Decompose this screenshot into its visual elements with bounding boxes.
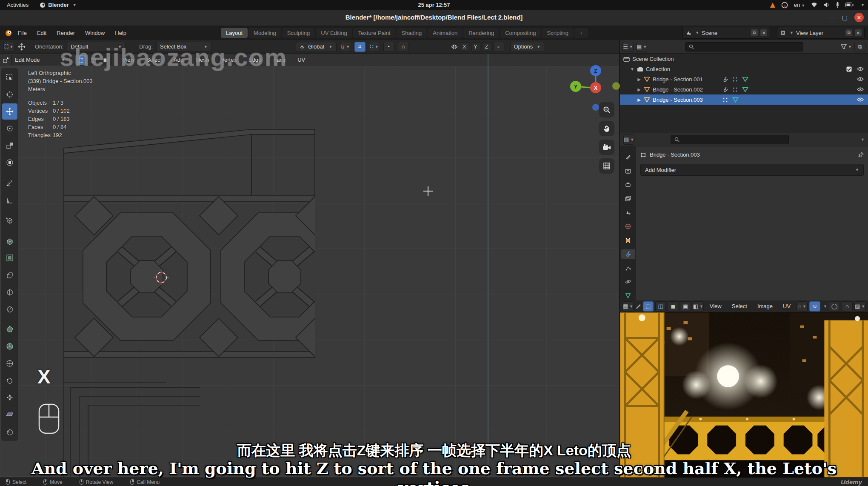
- eye-icon[interactable]: [857, 67, 864, 71]
- outliner-editor-type-dropdown[interactable]: ☰▼: [622, 42, 634, 52]
- checkbox-icon[interactable]: [846, 66, 852, 72]
- language-indicator[interactable]: en▼: [794, 2, 805, 8]
- minimize-button[interactable]: —: [829, 14, 835, 21]
- tab-scene[interactable]: [621, 208, 635, 217]
- orthographic-grid-button[interactable]: [599, 158, 614, 174]
- outliner-row-bridge-002[interactable]: ▶ Bridge - Section.002: [620, 84, 868, 94]
- image-selector-dropdown[interactable]: ▨▼: [854, 301, 865, 312]
- outliner-row-collection[interactable]: ▼ Collection: [620, 64, 868, 74]
- uv-edge-select-button[interactable]: ◫: [655, 301, 666, 312]
- options-dropdown[interactable]: Options▼: [510, 42, 545, 52]
- close-button[interactable]: ✕: [854, 13, 864, 22]
- tab-view-layer[interactable]: [621, 194, 635, 204]
- tool-transform[interactable]: [2, 154, 17, 171]
- transform-orientation-dropdown[interactable]: Global▼: [296, 42, 337, 52]
- outliner-row-scene-collection[interactable]: Scene Collection: [620, 54, 868, 64]
- pan-hand-button[interactable]: [599, 121, 614, 136]
- snapping-toggle[interactable]: ⌗: [354, 42, 365, 52]
- outliner-search-input[interactable]: [685, 42, 803, 51]
- workspace-tab-texture-paint[interactable]: Texture Paint: [353, 28, 396, 38]
- workspace-tab-rendering[interactable]: Rendering: [463, 28, 499, 38]
- mirror-y-button[interactable]: Y: [471, 42, 480, 51]
- properties-editor-type-dropdown[interactable]: ▥▼: [623, 134, 634, 145]
- tab-output[interactable]: [621, 180, 635, 190]
- remove-view-layer-button[interactable]: ✕: [855, 29, 862, 36]
- drag-dropdown[interactable]: Select Box▼: [156, 42, 211, 52]
- uv-island-select-button[interactable]: ▣: [680, 301, 691, 312]
- zoom-button[interactable]: [599, 102, 614, 117]
- mirror-object-icon[interactable]: ▫: [493, 42, 504, 52]
- remove-scene-button[interactable]: ✕: [760, 29, 767, 36]
- app-menu[interactable]: Blender▼: [40, 2, 76, 8]
- eye-icon[interactable]: [857, 77, 864, 81]
- image-editor-menu-uv[interactable]: UV: [779, 303, 795, 309]
- tool-add-cube[interactable]: [2, 212, 17, 229]
- mirror-z-button[interactable]: Z: [482, 42, 491, 51]
- tool-knife[interactable]: [2, 301, 17, 317]
- snap-target-dropdown[interactable]: ∷▼: [369, 42, 380, 52]
- outliner-filter-dropdown[interactable]: ▼: [841, 44, 852, 49]
- maximize-button[interactable]: ▢: [842, 14, 848, 21]
- active-tool-icon[interactable]: ⛶▼: [3, 42, 14, 52]
- tool-measure[interactable]: [2, 192, 17, 208]
- volume-icon[interactable]: [823, 2, 830, 8]
- tool-move[interactable]: [2, 103, 17, 120]
- orientation-dropdown[interactable]: Default▼: [67, 42, 126, 52]
- blender-app-icon[interactable]: [4, 29, 13, 37]
- tab-object-data[interactable]: [621, 291, 635, 300]
- pivot-dropdown[interactable]: ◌▼: [797, 301, 808, 312]
- workspace-tab-shading[interactable]: Shading: [397, 28, 427, 38]
- pin-icon[interactable]: [858, 152, 864, 157]
- workspace-tab-add[interactable]: +: [574, 28, 588, 38]
- outliner-row-bridge-003-selected[interactable]: ▶ Bridge - Section.003: [620, 94, 868, 105]
- workspace-tab-sculpting[interactable]: Sculpting: [282, 28, 315, 38]
- eye-icon[interactable]: [857, 87, 864, 91]
- system-menu-caret[interactable]: ▼: [861, 3, 865, 7]
- tool-rotate[interactable]: [2, 120, 17, 137]
- uv-edit-icon[interactable]: [635, 303, 641, 309]
- tab-render[interactable]: [621, 166, 635, 176]
- snap-magnet-icon[interactable]: ∪▼: [340, 42, 351, 52]
- wireframe-mesh[interactable]: [0, 54, 619, 477]
- tab-tool[interactable]: [621, 152, 635, 162]
- tool-cursor[interactable]: [2, 86, 17, 103]
- tool-select-box[interactable]: [2, 69, 17, 86]
- tool-shear[interactable]: [2, 406, 17, 423]
- view-layer-selector[interactable]: ▼ View Layer ⧉ ✕: [777, 27, 865, 39]
- activities-button[interactable]: Activities: [7, 2, 29, 8]
- navigation-gizmo[interactable]: Z Y X: [566, 60, 625, 115]
- menu-render[interactable]: Render: [51, 30, 80, 36]
- mirror-x-button[interactable]: X: [460, 42, 469, 51]
- clock[interactable]: 25 apr 12:57: [418, 2, 450, 8]
- tool-spin[interactable]: [2, 338, 17, 354]
- camera-view-button[interactable]: [599, 140, 614, 155]
- uv-sync-dropdown[interactable]: ◧▼: [693, 301, 704, 312]
- proportional-falloff-icon[interactable]: ∩: [398, 42, 409, 52]
- battery-icon[interactable]: [845, 3, 854, 7]
- workspace-tab-layout[interactable]: Layout: [221, 28, 248, 38]
- uv-falloff-icon[interactable]: ∩: [842, 301, 853, 312]
- image-editor-type-dropdown[interactable]: ▦▼: [622, 301, 634, 312]
- tab-world[interactable]: [621, 222, 635, 232]
- proportional-editing-toggle[interactable]: •: [383, 42, 394, 52]
- add-modifier-button[interactable]: Add Modifier▼: [640, 164, 864, 176]
- workspace-tab-compositing[interactable]: Compositing: [500, 28, 541, 38]
- tool-poly-build[interactable]: [2, 321, 17, 337]
- tool-scale[interactable]: [2, 137, 17, 154]
- expand-caret[interactable]: ▶: [637, 97, 641, 102]
- tool-rip-region[interactable]: [2, 423, 17, 440]
- image-editor-menu-image[interactable]: Image: [753, 303, 777, 309]
- uv-proportional-toggle[interactable]: ◯: [829, 301, 840, 312]
- outliner-row-bridge-001[interactable]: ▶ Bridge - Section.001: [620, 74, 868, 84]
- menu-file[interactable]: File: [13, 30, 32, 36]
- expand-caret[interactable]: ▶: [637, 87, 641, 92]
- tool-edge-slide[interactable]: [2, 372, 17, 389]
- title-bar[interactable]: Blender* [/home/jaincoff/Desktop/Blend F…: [0, 10, 868, 26]
- tool-smooth[interactable]: [2, 355, 17, 372]
- outliner-display-mode-dropdown[interactable]: ▤▼: [636, 42, 647, 52]
- menu-edit[interactable]: Edit: [32, 30, 51, 36]
- tab-object[interactable]: [621, 235, 635, 245]
- image-editor-menu-select[interactable]: Select: [728, 303, 751, 309]
- collapse-caret[interactable]: ▼: [630, 67, 634, 71]
- tool-extrude-region[interactable]: [2, 233, 17, 249]
